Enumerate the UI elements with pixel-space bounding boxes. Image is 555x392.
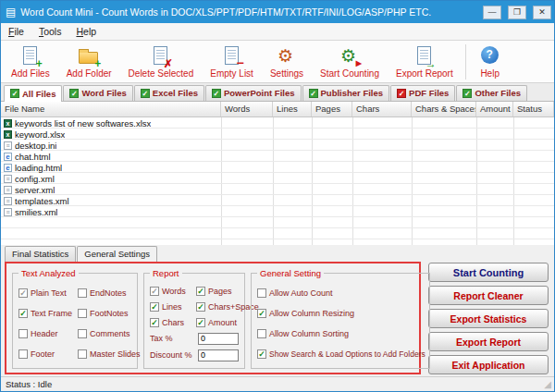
option-chars: Chars — [150, 318, 196, 327]
checkbox[interactable] — [150, 318, 159, 327]
checkbox[interactable] — [257, 329, 266, 338]
tab-label: All Files — [22, 89, 56, 99]
checkbox[interactable] — [78, 349, 87, 359]
option-master-slides: Master Slides — [78, 349, 141, 359]
tab-other-files[interactable]: Other Files — [456, 85, 527, 101]
export-report-toolbar-button[interactable]: Export Report — [388, 44, 462, 80]
check-icon — [141, 89, 150, 98]
checkbox[interactable] — [196, 318, 205, 327]
checkbox-label: Allow Column Resizing — [269, 309, 354, 318]
toolbar-label: Start Counting — [320, 68, 379, 79]
text-analyzed-group: Text Analyzed Plain Text EndNotes Text F… — [12, 273, 138, 369]
checkbox[interactable] — [257, 288, 266, 298]
tab-publisher-files[interactable]: Publisher Files — [302, 85, 390, 101]
table-row[interactable]: config.xml — [1, 173, 554, 184]
text-analyzed-options: Plain Text EndNotes Text Frame FootNotes — [18, 283, 133, 364]
table-row[interactable]: chat.html — [1, 151, 554, 162]
column-header-pages[interactable]: Pages — [312, 102, 352, 116]
table-row[interactable]: loading.html — [1, 162, 554, 173]
table-row[interactable]: keyword.xlsx — [1, 129, 554, 140]
option-allow-column-resizing: Allow Column Resizing — [257, 309, 426, 318]
menu-tools[interactable]: Tools — [31, 24, 69, 39]
add-files-icon — [18, 45, 43, 67]
group-title: Text Analyzed — [18, 268, 79, 278]
add-files-button[interactable]: Add Files — [3, 44, 58, 80]
column-header-lines[interactable]: Lines — [273, 102, 312, 116]
checkbox[interactable] — [257, 349, 266, 359]
table-row[interactable]: keywords list of new softwares.xlsx — [1, 117, 554, 129]
column-header-file-name[interactable]: File Name — [1, 102, 221, 116]
close-button[interactable]: ✕ — [533, 6, 551, 19]
tab-excel-files[interactable]: Excel Files — [134, 85, 204, 101]
tab-general-settings[interactable]: General Settings — [77, 246, 157, 263]
report-cleaner-button[interactable]: Report Cleaner — [428, 286, 549, 305]
checkbox-label: Plain Text — [31, 288, 67, 298]
bottom-tabstrip: Final Statistics General Settings — [1, 245, 554, 262]
table-row[interactable]: templates.xml — [1, 195, 554, 206]
discount-input[interactable] — [198, 349, 239, 361]
settings-gear-icon — [275, 45, 299, 67]
column-header-amount[interactable]: Amount — [476, 102, 513, 116]
table-row[interactable]: desktop.ini — [1, 140, 554, 151]
checkbox[interactable] — [78, 309, 87, 318]
menu-help[interactable]: Help — [68, 24, 104, 39]
column-header-chars[interactable]: Chars — [352, 102, 412, 116]
checkbox[interactable] — [18, 309, 28, 318]
tab-powerpoint-files[interactable]: PowerPoint Files — [205, 85, 302, 101]
empty-list-button[interactable]: Empty List — [202, 44, 262, 80]
file-icon — [4, 197, 12, 205]
general-settings-panel: Text Analyzed Plain Text EndNotes Text F… — [5, 262, 421, 374]
checkbox-label: FootNotes — [90, 309, 129, 318]
delete-selected-button[interactable]: Delete Selected — [120, 44, 203, 80]
file-name: server.xml — [15, 185, 55, 195]
menu-file[interactable]: File — [1, 24, 31, 39]
general-setting-group: General Setting Allow Auto Count Allow C… — [251, 273, 430, 369]
export-report-button[interactable]: Export Report — [428, 332, 549, 351]
checkbox[interactable] — [150, 287, 159, 296]
checkbox[interactable] — [18, 288, 28, 298]
checkbox[interactable] — [78, 288, 87, 298]
column-header-words[interactable]: Words — [221, 102, 273, 116]
toolbar-divider — [465, 44, 466, 80]
general-setting-options: Allow Auto Count Allow Column Resizing A… — [257, 283, 426, 364]
column-header-status[interactable]: Status — [513, 102, 554, 116]
tab-final-statistics[interactable]: Final Statistics — [5, 246, 76, 262]
file-icon — [4, 208, 12, 216]
table-row[interactable]: server.xml — [1, 184, 554, 195]
file-name: desktop.ini — [15, 141, 56, 151]
add-folder-button[interactable]: Add Folder — [58, 44, 120, 80]
file-icon — [4, 130, 12, 139]
option-footnotes: FootNotes — [78, 309, 141, 318]
help-button[interactable]: Help — [470, 44, 511, 80]
start-counting-toolbar-button[interactable]: Start Counting — [312, 44, 388, 80]
table-row[interactable]: smilies.xml — [1, 206, 554, 217]
checkbox[interactable] — [18, 349, 28, 359]
resize-grip-icon[interactable] — [544, 380, 551, 389]
toolbar-label: Add Folder — [67, 68, 112, 79]
checkbox[interactable] — [150, 302, 159, 312]
checkbox-label: Allow Auto Count — [269, 288, 333, 298]
checkbox-label: Comments — [90, 329, 130, 338]
tab-pdf-files[interactable]: PDF Files — [390, 85, 455, 101]
exit-application-button[interactable]: Exit Application — [428, 355, 549, 374]
tax-label: Tax % — [150, 334, 173, 343]
export-statistics-button[interactable]: Export Statistics — [428, 309, 549, 328]
checkbox[interactable] — [196, 287, 205, 296]
toolbar-label: Help — [480, 68, 500, 79]
column-header-chars-spaces[interactable]: Chars & Spaces — [412, 102, 476, 116]
maximize-button[interactable]: ❐ — [508, 6, 526, 19]
minimize-button[interactable]: — — [483, 6, 501, 19]
settings-button[interactable]: Settings — [262, 44, 312, 80]
file-name: config.xml — [15, 174, 55, 184]
start-counting-button[interactable]: Start Counting — [428, 263, 549, 282]
checkbox[interactable] — [257, 309, 266, 318]
tab-all-files[interactable]: All Files — [4, 85, 62, 102]
checkbox[interactable] — [18, 329, 28, 338]
checkbox[interactable] — [196, 302, 205, 312]
tax-input[interactable] — [198, 333, 239, 345]
pdf-icon — [397, 89, 406, 98]
discount-label: Discount % — [150, 350, 192, 360]
checkbox[interactable] — [78, 329, 87, 338]
tab-word-files[interactable]: Word Files — [63, 85, 132, 101]
checkbox-label: Chars — [162, 318, 184, 327]
